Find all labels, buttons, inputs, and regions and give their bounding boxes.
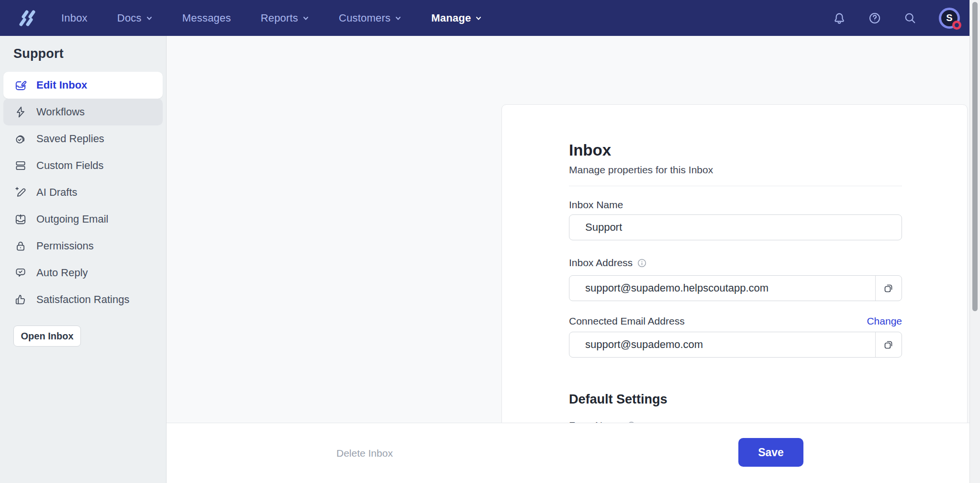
user-avatar[interactable]: S (939, 8, 960, 29)
change-link[interactable]: Change (867, 315, 902, 327)
inbox-title: Support (13, 46, 64, 61)
inbox-name-input[interactable] (569, 214, 902, 240)
copy-icon (883, 282, 894, 294)
sidebar-item-permissions[interactable]: Permissions (3, 233, 163, 259)
save-button[interactable]: Save (738, 438, 803, 467)
notifications-bell-icon[interactable] (833, 11, 846, 25)
scrollbar-thumb[interactable] (972, 2, 978, 311)
sidebar-item-edit-inbox[interactable]: Edit Inbox (3, 72, 163, 99)
info-icon[interactable] (637, 258, 646, 268)
chevron-down-icon (395, 15, 401, 22)
nav-item-customers[interactable]: Customers (339, 12, 401, 24)
ai-drafts-icon (14, 186, 27, 199)
nav-item-manage[interactable]: Manage (431, 12, 482, 24)
inbox-address-field (569, 275, 902, 301)
copy-button[interactable] (875, 276, 902, 301)
main-content-area: Inbox Manage properties for this Inbox I… (167, 36, 980, 483)
help-icon[interactable] (868, 11, 881, 25)
sidebar-item-label: Saved Replies (36, 133, 104, 145)
sidebar-item-label: Edit Inbox (36, 79, 87, 91)
default-settings-title: Default Settings (569, 392, 668, 407)
saved-replies-icon (14, 133, 27, 145)
inbox-address-input[interactable] (569, 276, 875, 301)
section-divider (569, 186, 902, 186)
chevron-down-icon (302, 15, 309, 22)
sidebar-item-saved-replies[interactable]: Saved Replies (3, 125, 163, 152)
chevron-down-icon (475, 15, 482, 22)
connected-email-label: Connected Email Address Change (569, 315, 902, 327)
helpscout-logo-icon[interactable] (16, 7, 38, 29)
settings-sidebar: Support Edit Inbox Workflows (0, 36, 167, 483)
nav-item-reports[interactable]: Reports (261, 12, 309, 24)
page-title: Inbox (569, 141, 611, 159)
nav-item-inbox[interactable]: Inbox (61, 12, 88, 24)
custom-fields-icon (14, 159, 27, 172)
copy-icon (883, 339, 894, 350)
sidebar-item-label: Permissions (36, 240, 94, 252)
delete-inbox-button[interactable]: Delete Inbox (336, 448, 393, 459)
sidebar-item-label: Custom Fields (36, 159, 104, 172)
workflows-icon (14, 106, 27, 118)
sidebar-item-workflows[interactable]: Workflows (3, 99, 163, 125)
sidebar-item-auto-reply[interactable]: Auto Reply (3, 259, 163, 286)
outgoing-email-icon (14, 213, 27, 225)
top-navigation: Inbox Docs Messages Reports Customers Ma… (0, 0, 980, 36)
page-subtitle: Manage properties for this Inbox (569, 164, 713, 176)
nav-utility-icons: S (833, 0, 960, 36)
sidebar-item-label: Workflows (36, 106, 85, 118)
primary-nav-items: Inbox Docs Messages Reports Customers Ma… (61, 12, 482, 24)
sidebar-item-ai-drafts[interactable]: AI Drafts (3, 179, 163, 206)
action-bar: Delete Inbox Save (167, 423, 980, 483)
auto-reply-icon (14, 267, 27, 279)
connected-email-field (569, 332, 902, 358)
connected-email-input[interactable] (569, 332, 875, 357)
chevron-down-icon (146, 15, 153, 22)
search-icon[interactable] (903, 11, 917, 25)
status-badge (952, 21, 961, 30)
sidebar-item-satisfaction-ratings[interactable]: Satisfaction Ratings (3, 286, 163, 313)
satisfaction-thumbs-up-icon (14, 293, 27, 306)
sidebar-menu: Edit Inbox Workflows Saved Replies (3, 72, 163, 313)
edit-inbox-icon (14, 79, 27, 91)
sidebar-item-custom-fields[interactable]: Custom Fields (3, 152, 163, 179)
sidebar-item-label: Satisfaction Ratings (36, 293, 129, 306)
copy-button[interactable] (875, 332, 902, 357)
inbox-address-label: Inbox Address (569, 257, 902, 269)
page-scrollbar[interactable] (969, 0, 980, 483)
avatar-initial: S (946, 12, 952, 23)
nav-item-docs[interactable]: Docs (117, 12, 153, 24)
nav-item-messages[interactable]: Messages (182, 12, 231, 24)
sidebar-item-label: Outgoing Email (36, 213, 108, 225)
permissions-lock-icon (14, 240, 27, 252)
open-inbox-button[interactable]: Open Inbox (13, 326, 81, 347)
sidebar-item-label: Auto Reply (36, 267, 88, 279)
inbox-name-label: Inbox Name (569, 199, 902, 211)
sidebar-item-label: AI Drafts (36, 186, 78, 199)
sidebar-item-outgoing-email[interactable]: Outgoing Email (3, 206, 163, 233)
